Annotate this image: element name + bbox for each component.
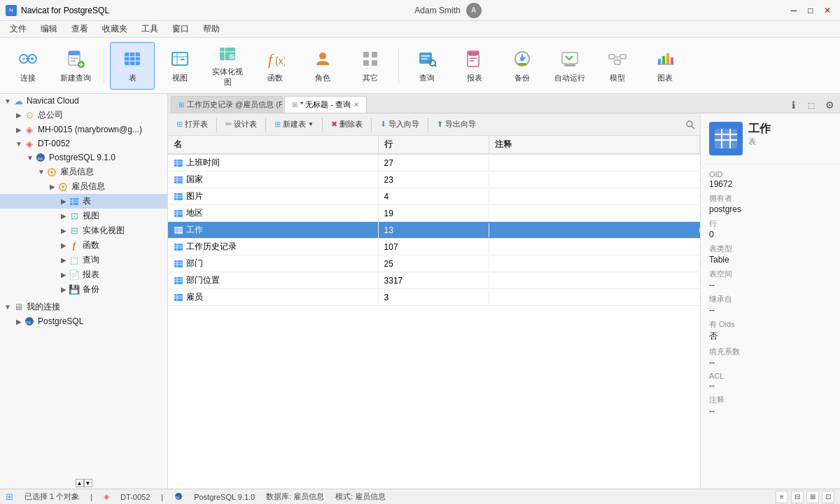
minimize-button[interactable]: ─ [787,4,801,18]
toolbar-query[interactable]: 查询 [405,42,449,90]
function-icon: f (x) [264,48,286,70]
window-controls[interactable]: ─ □ ✕ [787,4,834,18]
tree-view-group[interactable]: ▶ ⊡ 视图 [0,209,167,223]
toggle-view-group[interactable]: ▶ [59,212,69,220]
toggle-pg910[interactable]: ▼ [25,154,35,162]
search-icon[interactable] [683,118,697,132]
toggle-query-group[interactable]: ▶ [59,256,69,264]
toggle-mh0015[interactable]: ▶ [14,126,24,134]
table-content[interactable]: 名 行 注释 上班时间 27 [168,136,700,489]
table-row[interactable]: 图片 4 [168,188,700,205]
toggle-func-group[interactable]: ▶ [59,241,69,249]
toggle-report-group[interactable]: ▶ [59,271,69,279]
tab-query-close[interactable]: ✕ [354,101,359,108]
toggle-table-group[interactable]: ▶ [59,197,69,205]
tree-company[interactable]: ▶ ⊙ 总公司 [0,108,167,122]
td-rows-2: 4 [379,190,490,204]
tab-gear-button[interactable]: ⚙ [822,97,837,113]
toggle-my-conn[interactable]: ▼ [3,303,13,311]
toolbar-matview[interactable]: 实体化视图 [205,42,250,90]
tab-query-label: * 无标题 - 查询 [300,99,351,110]
tree-mat-group[interactable]: ▶ ⊟ 实体化视图 [0,223,167,238]
tree-dt0052[interactable]: ▼ ◈ DT-0052 [0,136,167,150]
design-table-button[interactable]: ✏ 设计表 [220,117,262,132]
menu-tools[interactable]: 工具 [134,22,165,36]
app-icon: N [6,5,17,16]
toggle-schema2[interactable]: ▶ [48,183,57,190]
tab-hex-button[interactable]: ⬚ [804,97,819,113]
scroll-down-arrow[interactable]: ▼ [84,479,92,487]
menu-file[interactable]: 文件 [3,22,34,36]
menu-favorites[interactable]: 收藏夹 [95,22,134,36]
status-view-detail[interactable]: ⊟ [791,491,804,503]
autorun-icon [559,48,581,70]
toggle-cloud[interactable]: ▼ [3,97,13,105]
toolbar-new-query[interactable]: 新建查询 [53,42,98,90]
table-row-selected[interactable]: 工作 13 [168,222,700,239]
import-wizard-button[interactable]: ⬇ 导入向导 [374,117,425,132]
status-view-large[interactable]: ⊡ [822,491,834,503]
toolbar-model[interactable]: 模型 [595,42,640,90]
toolbar-other[interactable]: 其它 [348,42,393,90]
delete-table-button[interactable]: ✖ 删除表 [326,117,368,132]
tree-pg-my[interactable]: ▶ pg PostgreSQL [0,314,167,328]
toggle-backup-group[interactable]: ▶ [59,286,69,293]
open-table-button[interactable]: ⊞ 打开表 [171,117,214,132]
toggle-schema[interactable]: ▼ [36,168,46,176]
menu-view[interactable]: 查看 [64,22,95,36]
tree-navicat-cloud[interactable]: ▼ ☁ Navicat Cloud [0,94,167,108]
oid-label: OID [709,170,832,178]
scroll-up-arrow[interactable]: ▲ [76,479,84,487]
menu-window[interactable]: 窗口 [165,22,196,36]
tree-schema[interactable]: ▼ 雇员信息 [0,164,167,179]
toolbar-chart[interactable]: 图表 [643,42,687,90]
toggle-dt0052[interactable]: ▼ [14,140,24,148]
tab-query[interactable]: ⊞ * 无标题 - 查询 ✕ [284,96,367,113]
toolbar-role[interactable]: 角色 [300,42,345,90]
toolbar-report[interactable]: 报表 [452,42,497,90]
toggle-company[interactable]: ▶ [14,111,24,119]
toggle-mat-group[interactable]: ▶ [59,227,69,234]
toolbar-table[interactable]: 表 [110,42,155,90]
table-row[interactable]: 工作历史记录 107 [168,239,700,255]
tree-backup-group[interactable]: ▶ 💾 备份 [0,282,167,297]
toolbar-connect[interactable]: 连接 [6,42,50,90]
table-row[interactable]: 雇员 3 [168,289,700,306]
toolbar-view[interactable]: 视图 [158,42,202,90]
td-comment-6 [489,262,700,266]
tree-my-conn[interactable]: ▼ 🖥 我的连接 [0,300,167,314]
toolbar-autorun[interactable]: 自动运行 [547,42,592,90]
table-row[interactable]: 国家 23 [168,172,700,188]
tree-mh0015[interactable]: ▶ ◈ MH-0015 (marybrown@g...) [0,122,167,136]
inherit-value: -- [709,305,832,315]
table-row[interactable]: 部门 25 [168,255,700,272]
my-conn-label: 我的连接 [27,301,60,313]
tab-history[interactable]: ⊞ 工作历史记录 @雇员信息 (Pr... ✕ [171,96,283,113]
toggle-pg-my[interactable]: ▶ [14,318,24,326]
tree-schema2[interactable]: ▶ 雇员信息 [0,179,167,194]
export-wizard-button[interactable]: ⬆ 导出向导 [431,117,482,132]
toolbar-backup[interactable]: 备份 [500,42,545,90]
close-button[interactable]: ✕ [820,4,834,18]
tree-query-group[interactable]: ▶ ⬚ 查询 [0,253,167,267]
tree-report-group[interactable]: ▶ 📄 报表 [0,267,167,282]
tree-scroll[interactable]: ▼ ☁ Navicat Cloud ▶ ⊙ 总公司 ▶ ◈ MH-0015 (m… [0,94,167,477]
table-row[interactable]: 部门位置 3317 [168,272,700,289]
maximize-button[interactable]: □ [804,4,818,18]
tree-postgres910[interactable]: ▼ pg PostgreSQL 9.1.0 [0,150,167,164]
table-row[interactable]: 上班时间 27 [168,155,700,172]
owner-label: 拥有者 [709,193,832,204]
table-row[interactable]: 地区 19 [168,205,700,222]
status-view-grid[interactable]: ⊞ [806,491,819,503]
svg-rect-17 [172,52,188,65]
new-table-button[interactable]: ⊞ 新建表 ▼ [269,117,319,132]
svg-text:pg: pg [175,495,179,499]
tree-func-group[interactable]: ▶ f 函数 [0,238,167,253]
tab-info-button[interactable]: ℹ [785,97,801,113]
menu-help[interactable]: 帮助 [196,22,227,36]
new-table-arrow[interactable]: ▼ [308,121,314,127]
menu-edit[interactable]: 编辑 [34,22,64,36]
tree-table-group[interactable]: ▶ 表 [0,194,167,209]
status-view-list[interactable]: ≡ [776,491,788,503]
toolbar-function[interactable]: f (x) 函数 [253,42,298,90]
